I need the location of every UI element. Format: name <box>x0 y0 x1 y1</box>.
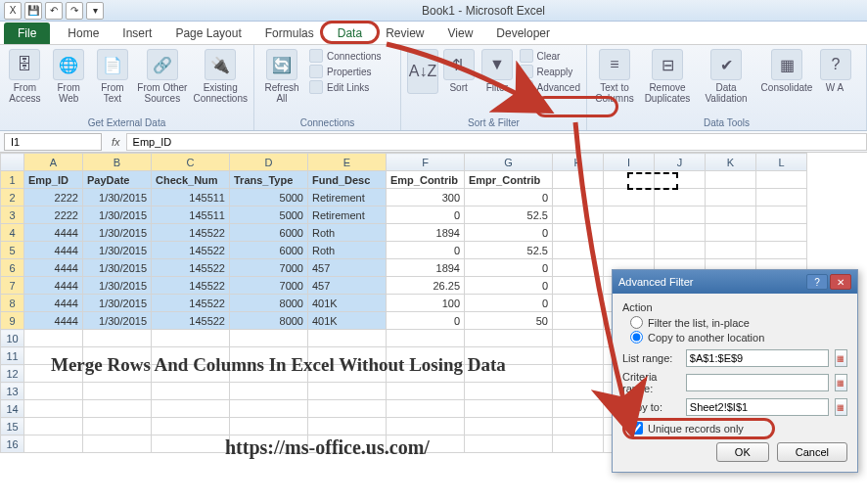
dialog-help-icon[interactable]: ? <box>806 274 828 290</box>
undo-icon[interactable]: ↶ <box>45 2 63 20</box>
row-header-7[interactable]: 7 <box>1 277 24 295</box>
cell-F8[interactable]: 100 <box>387 295 465 312</box>
connections-item[interactable]: Connections <box>309 49 382 63</box>
cell-D4[interactable]: 6000 <box>230 224 308 242</box>
row-header-4[interactable]: 4 <box>1 224 24 242</box>
cell-F10[interactable] <box>387 330 465 347</box>
cell-C14[interactable] <box>152 400 230 418</box>
cell-F4[interactable]: 1894 <box>387 224 465 242</box>
advanced-item[interactable]: Advanced <box>520 80 580 94</box>
cell-B3[interactable]: 1/30/2015 <box>83 206 152 224</box>
cell-A9[interactable]: 4444 <box>24 312 83 330</box>
cell-A2[interactable]: 2222 <box>24 189 83 206</box>
cell-H15[interactable] <box>553 418 604 435</box>
cell-E1[interactable]: Fund_Desc <box>308 171 387 189</box>
cell-E15[interactable] <box>308 418 387 435</box>
cell-L5[interactable] <box>756 242 807 259</box>
cell-A15[interactable] <box>24 418 83 435</box>
sort-az-button[interactable]: A↓Z <box>407 49 436 96</box>
cell-K2[interactable] <box>706 189 756 206</box>
cell-A10[interactable] <box>24 330 83 347</box>
cell-G3[interactable]: 52.5 <box>465 206 553 224</box>
criteria-range-picker-icon[interactable]: ▦ <box>835 374 847 391</box>
row-header-14[interactable]: 14 <box>1 400 24 418</box>
tab-page-layout[interactable]: Page Layout <box>163 23 252 44</box>
cell-G13[interactable] <box>465 383 553 400</box>
excel-icon[interactable]: X <box>4 2 22 20</box>
col-header-C[interactable]: C <box>152 154 230 171</box>
cell-I5[interactable] <box>604 242 655 259</box>
criteria-range-input[interactable] <box>686 374 829 391</box>
cell-C13[interactable] <box>152 383 230 400</box>
unique-checkbox[interactable] <box>630 422 643 435</box>
cell-C6[interactable]: 145522 <box>152 259 230 277</box>
tab-data[interactable]: Data <box>326 23 374 44</box>
cell-B8[interactable]: 1/30/2015 <box>83 295 152 312</box>
cell-C5[interactable]: 145522 <box>152 242 230 259</box>
cell-B7[interactable]: 1/30/2015 <box>83 277 152 295</box>
formula-input[interactable] <box>126 133 867 151</box>
cell-J1[interactable] <box>655 171 706 189</box>
cell-A4[interactable]: 4444 <box>24 224 83 242</box>
cell-C9[interactable]: 145522 <box>152 312 230 330</box>
cell-F9[interactable]: 0 <box>387 312 465 330</box>
cell-F2[interactable]: 300 <box>387 189 465 206</box>
cell-F6[interactable]: 1894 <box>387 259 465 277</box>
cell-J2[interactable] <box>655 189 706 206</box>
cell-H5[interactable] <box>553 242 604 259</box>
tab-home[interactable]: Home <box>56 23 111 44</box>
cell-C15[interactable] <box>152 418 230 435</box>
cell-I2[interactable] <box>604 189 655 206</box>
from-access-button[interactable]: 🗄From Access <box>6 49 44 104</box>
cell-F5[interactable]: 0 <box>387 242 465 259</box>
row-header-15[interactable]: 15 <box>1 418 24 435</box>
remove-dup-button[interactable]: ⊟Remove Duplicates <box>642 49 693 104</box>
cell-H16[interactable] <box>553 435 604 453</box>
cell-H4[interactable] <box>553 224 604 242</box>
cell-G9[interactable]: 50 <box>465 312 553 330</box>
tab-file[interactable]: File <box>4 23 50 44</box>
cell-I4[interactable] <box>604 224 655 242</box>
tab-insert[interactable]: Insert <box>111 23 163 44</box>
cell-D15[interactable] <box>230 418 308 435</box>
cell-E7[interactable]: 457 <box>308 277 387 295</box>
row-header-13[interactable]: 13 <box>1 383 24 400</box>
edit-links-item[interactable]: Edit Links <box>309 80 382 94</box>
cell-H9[interactable] <box>553 312 604 330</box>
cell-B16[interactable] <box>83 435 152 453</box>
row-header-6[interactable]: 6 <box>1 259 24 277</box>
cell-L3[interactable] <box>756 206 807 224</box>
cell-J3[interactable] <box>655 206 706 224</box>
from-other-button[interactable]: 🔗From Other Sources <box>137 49 187 104</box>
cell-G14[interactable] <box>465 400 553 418</box>
cell-A3[interactable]: 2222 <box>24 206 83 224</box>
radio-copy-location[interactable]: Copy to another location <box>630 331 847 344</box>
row-header-10[interactable]: 10 <box>1 330 24 347</box>
dialog-close-icon[interactable]: ✕ <box>830 274 851 290</box>
cell-B5[interactable]: 1/30/2015 <box>83 242 152 259</box>
redo-icon[interactable]: ↷ <box>66 2 83 20</box>
cell-B4[interactable]: 1/30/2015 <box>83 224 152 242</box>
tab-view[interactable]: View <box>436 23 485 44</box>
cell-E5[interactable]: Roth <box>308 242 387 259</box>
name-box[interactable] <box>4 133 102 151</box>
cell-C2[interactable]: 145511 <box>152 189 230 206</box>
whatif-button[interactable]: ?W A <box>820 49 849 93</box>
cell-A7[interactable]: 4444 <box>24 277 83 295</box>
sort-button[interactable]: ⇅Sort <box>442 49 475 93</box>
cell-E6[interactable]: 457 <box>308 259 387 277</box>
cell-L4[interactable] <box>756 224 807 242</box>
cell-D5[interactable]: 6000 <box>230 242 308 259</box>
cell-B9[interactable]: 1/30/2015 <box>83 312 152 330</box>
cell-F7[interactable]: 26.25 <box>387 277 465 295</box>
cell-I3[interactable] <box>604 206 655 224</box>
properties-item[interactable]: Properties <box>309 65 382 78</box>
cell-C1[interactable]: Check_Num <box>152 171 230 189</box>
radio-filter-inplace[interactable]: Filter the list, in-place <box>630 316 847 329</box>
data-validation-button[interactable]: ✔Data Validation <box>699 49 753 104</box>
cell-B2[interactable]: 1/30/2015 <box>83 189 152 206</box>
cell-D10[interactable] <box>230 330 308 347</box>
cell-H13[interactable] <box>553 383 604 400</box>
row-header-5[interactable]: 5 <box>1 242 24 259</box>
cell-A14[interactable] <box>24 400 83 418</box>
